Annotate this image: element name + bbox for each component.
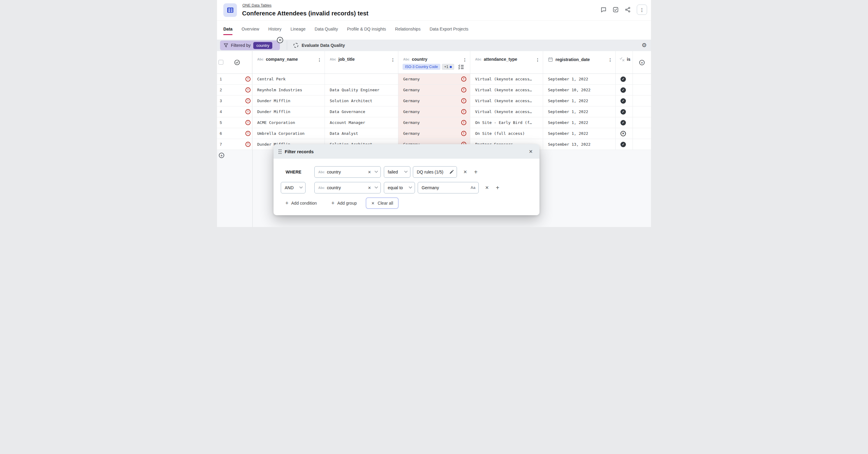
- add-condition-button[interactable]: + Add condition: [285, 201, 317, 206]
- remove-condition-icon[interactable]: ✕: [463, 169, 467, 175]
- invalid-value-icon[interactable]: !: [461, 120, 466, 125]
- cell-attendance-type[interactable]: On Site (full access): [470, 128, 543, 139]
- cell-registration-date[interactable]: September 1, 2022: [543, 117, 616, 128]
- invalid-value-icon[interactable]: !: [461, 98, 466, 103]
- cell-is-valid[interactable]: ✓: [616, 107, 633, 117]
- cell-is-valid[interactable]: ✕: [616, 128, 633, 139]
- invalid-value-icon[interactable]: !: [461, 131, 466, 136]
- column-header-country[interactable]: Abc country ⋮ ISO-3 Country Code +1: [398, 51, 470, 73]
- cell-registration-date[interactable]: September 1, 2022: [543, 128, 616, 139]
- filtered-by-pill[interactable]: Filtered by country: [220, 40, 280, 50]
- cell-registration-date[interactable]: September 1, 2022: [543, 95, 616, 106]
- invalid-record-icon[interactable]: !: [245, 77, 251, 82]
- logic-operator-select[interactable]: AND: [281, 182, 306, 193]
- checklist-icon[interactable]: [458, 64, 464, 69]
- tab-overview[interactable]: Overview: [242, 27, 259, 35]
- cell-country[interactable]: Germany!: [398, 117, 470, 128]
- cell-is-valid[interactable]: ✓: [616, 117, 633, 128]
- tab-data[interactable]: Data: [223, 27, 232, 35]
- tab-lineage[interactable]: Lineage: [290, 27, 306, 35]
- cell-company-name[interactable]: Dunder Mifflin: [252, 107, 325, 117]
- invalid-record-icon[interactable]: !: [245, 131, 251, 136]
- invalid-record-icon[interactable]: !: [245, 87, 251, 92]
- cell-country[interactable]: Germany!: [398, 95, 470, 106]
- drag-handle-icon[interactable]: [278, 149, 282, 154]
- tab-profile-dq-insights[interactable]: Profile & DQ insights: [347, 27, 386, 35]
- cell-country[interactable]: Germany!: [398, 74, 470, 84]
- tab-data-export-projects[interactable]: Data Export Projects: [430, 27, 468, 35]
- add-column-button[interactable]: +: [639, 60, 645, 65]
- tab-relationships[interactable]: Relationships: [395, 27, 421, 35]
- cell-attendance-type[interactable]: On Site - Early Bird (f…: [470, 117, 543, 128]
- column-header-attendance-type[interactable]: Abc attendance_type ⋮: [470, 51, 543, 73]
- dq-rules-button[interactable]: DQ rules (1/5): [413, 166, 457, 178]
- invalid-value-icon[interactable]: !: [461, 109, 466, 114]
- invalid-record-icon[interactable]: !: [245, 120, 251, 125]
- validity-column-icon[interactable]: [234, 60, 240, 65]
- cell-registration-date[interactable]: September 1, 2022: [543, 74, 616, 84]
- dq-rule-badge[interactable]: ISO-3 Country Code: [403, 64, 440, 70]
- cell-attendance-type[interactable]: Virtual (keynote access…: [470, 107, 543, 117]
- cell-company-name[interactable]: Dunder Mifflin: [252, 95, 325, 106]
- cell-company-name[interactable]: ACME Corporation: [252, 117, 325, 128]
- cell-is-valid[interactable]: ✓: [616, 139, 633, 150]
- cell-country[interactable]: Germany!: [398, 107, 470, 117]
- column-menu-icon[interactable]: ⋮: [391, 57, 395, 62]
- cell-attendance-type[interactable]: Virtual (keynote access…: [470, 85, 543, 95]
- select-all-checkbox[interactable]: [218, 60, 223, 65]
- close-icon[interactable]: ✕: [529, 149, 533, 154]
- more-rules-badge[interactable]: +1: [442, 64, 455, 70]
- cell-company-name[interactable]: Central Perk: [252, 74, 325, 84]
- add-group-button[interactable]: + Add group: [331, 201, 356, 206]
- tab-history[interactable]: History: [268, 27, 282, 35]
- invalid-value-icon[interactable]: !: [461, 87, 466, 92]
- invalid-record-icon[interactable]: !: [245, 98, 251, 103]
- column-header-company-name[interactable]: Abc company_name ⋮: [252, 51, 325, 73]
- cell-job-title[interactable]: [325, 74, 398, 84]
- cell-attendance-type[interactable]: Virtual (keynote access…: [470, 95, 543, 106]
- invalid-record-icon[interactable]: !: [245, 109, 251, 114]
- tab-data-quality[interactable]: Data Quality: [315, 27, 338, 35]
- remove-condition-icon[interactable]: ✕: [485, 185, 489, 190]
- operator-select-equal-to[interactable]: equal to: [384, 182, 415, 193]
- invalid-record-icon[interactable]: !: [245, 142, 251, 147]
- cell-job-title[interactable]: Data Analyst: [325, 128, 398, 139]
- more-options-button[interactable]: ⋮: [637, 4, 647, 15]
- clear-all-button[interactable]: ✕ Clear all: [366, 198, 398, 209]
- cell-is-valid[interactable]: ✓: [616, 95, 633, 106]
- add-condition-icon[interactable]: +: [496, 185, 500, 191]
- cell-job-title[interactable]: Solution Architect: [325, 95, 398, 106]
- add-row-button[interactable]: +: [219, 153, 224, 158]
- comment-icon[interactable]: [600, 7, 607, 13]
- column-menu-icon[interactable]: ⋮: [463, 57, 467, 62]
- cell-job-title[interactable]: Data Quality Engineer: [325, 85, 398, 95]
- clear-field-icon[interactable]: ✕: [368, 186, 371, 190]
- case-sensitivity-toggle[interactable]: Aa: [471, 186, 475, 190]
- gear-icon[interactable]: ⚙: [642, 42, 647, 49]
- column-header-is[interactable]: is: [616, 51, 633, 73]
- cell-job-title[interactable]: Data Governance: [325, 107, 398, 117]
- cell-company-name[interactable]: Umbrella Corporation: [252, 128, 325, 139]
- field-select-country[interactable]: Abc country ✕: [314, 182, 381, 193]
- cell-company-name[interactable]: Reynholm Industries: [252, 85, 325, 95]
- cell-registration-date[interactable]: September 1, 2022: [543, 107, 616, 117]
- operator-select-failed[interactable]: failed: [384, 166, 410, 178]
- cell-registration-date[interactable]: September 10, 2022: [543, 85, 616, 95]
- clear-field-icon[interactable]: ✕: [368, 170, 371, 174]
- cell-country[interactable]: Germany!: [398, 85, 470, 95]
- field-select-country[interactable]: Abc country ✕: [314, 166, 381, 178]
- column-menu-icon[interactable]: ⋮: [317, 57, 321, 62]
- cell-is-valid[interactable]: ✓: [616, 74, 633, 84]
- invalid-value-icon[interactable]: !: [461, 77, 466, 82]
- share-icon[interactable]: [625, 7, 631, 13]
- cell-country[interactable]: Germany!: [398, 128, 470, 139]
- column-header-job-title[interactable]: Abc job_title ⋮: [325, 51, 398, 73]
- evaluate-data-quality-button[interactable]: Evaluate Data Quality: [293, 39, 345, 51]
- column-menu-icon[interactable]: ⋮: [608, 57, 612, 62]
- task-checkbox-icon[interactable]: [613, 7, 619, 13]
- column-menu-icon[interactable]: ⋮: [535, 57, 540, 62]
- pause-filter-button[interactable]: [277, 37, 283, 43]
- cell-job-title[interactable]: Account Manager: [325, 117, 398, 128]
- cell-attendance-type[interactable]: Virtual (keynote access…: [470, 74, 543, 84]
- cell-is-valid[interactable]: ✓: [616, 85, 633, 95]
